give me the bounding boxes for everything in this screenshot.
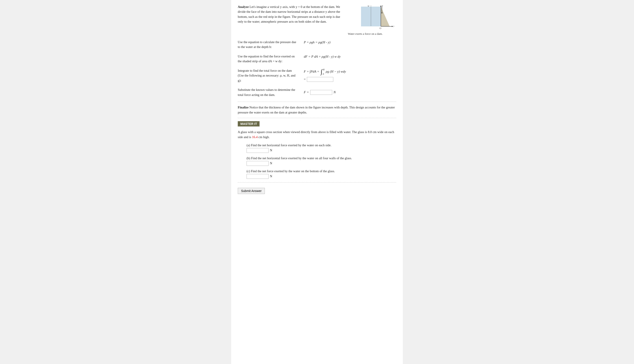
substitute-formula: F = N: [304, 90, 336, 95]
svg-text:y: y: [382, 4, 383, 7]
sub-c-input[interactable]: [246, 174, 268, 179]
divider-3: [238, 182, 396, 182]
substitute-label: Substitute the known values to determine…: [238, 87, 297, 97]
analyze-text: Analyze Let's imagine a vertical y axis,…: [238, 4, 341, 36]
force-equation-row: Use the equation to find the force exert…: [238, 54, 396, 64]
force-formula-text: dF = P dA = ρg(H - y) w dy: [304, 55, 341, 58]
pressure-equation-row: Use the equation to calculate the pressu…: [238, 40, 396, 50]
integral-sign: ∫: [321, 68, 322, 75]
pressure-eq-label: Use the equation to calculate the pressu…: [238, 40, 297, 50]
problem-highlight: 16.4: [252, 135, 257, 139]
submit-button[interactable]: Submit Answer: [238, 188, 265, 194]
top-section: Analyze Let's imagine a vertical y axis,…: [238, 4, 396, 36]
diagram-caption: Water exerts a force on a dam.: [348, 32, 396, 36]
svg-marker-3: [392, 26, 393, 27]
master-problem: A glass with a square cross section when…: [238, 130, 396, 140]
substitute-lhs: F =: [304, 90, 309, 94]
substitute-unit: N: [334, 90, 336, 94]
integral-lower: 0: [323, 72, 324, 75]
integrate-label: Integrate to find the total force on the…: [238, 68, 297, 83]
sub-a-unit: N: [270, 148, 272, 152]
integrate-answer-input[interactable]: [307, 77, 333, 82]
sub-c-unit: N: [270, 174, 272, 178]
integral-upper: H: [323, 68, 325, 71]
integral-limits: H 0: [323, 68, 325, 75]
problem-text-2: cm high.: [257, 135, 269, 139]
svg-text:x: x: [393, 25, 394, 28]
integral-line: F = ∫PdA = ∫ H 0 ρg (H − y) wdy: [304, 68, 396, 75]
sub-b-input[interactable]: [246, 161, 268, 166]
sub-a-input[interactable]: [246, 148, 268, 153]
svg-marker-1: [381, 6, 390, 26]
equals-sign: =: [304, 78, 305, 81]
page-container: Analyze Let's imagine a vertical y axis,…: [231, 0, 403, 364]
pressure-formula-text: P = ρgh = ρg(H - y): [304, 40, 331, 44]
substitute-answer-input[interactable]: [310, 90, 332, 95]
finalize-label: Finalize: [238, 106, 248, 109]
force-eq-formula: dF = P dA = ρg(H - y) w dy: [304, 54, 396, 59]
sub-b-label: (b) Find the net horizontal force exerte…: [246, 156, 396, 160]
divider-1: [238, 102, 396, 102]
integrate-row: Integrate to find the total force on the…: [238, 68, 396, 83]
integrand: ρg (H − y) wdy: [326, 70, 346, 74]
sub-c-input-row: N: [246, 174, 396, 179]
svg-text:O: O: [380, 27, 381, 30]
sub-question-a: (a) Find the net horizontal force exerte…: [246, 144, 396, 153]
integral-lhs: F = ∫PdA =: [304, 70, 319, 74]
master-it-badge: MASTER IT: [238, 121, 259, 126]
dam-diagram: x y O w: [348, 4, 394, 31]
sub-question-c: (c) Find the net force exerted by the wa…: [246, 169, 396, 179]
sub-b-input-row: N: [246, 161, 396, 166]
sub-b-unit: N: [270, 162, 272, 165]
finalize-body: Notice that the thickness of the dam sho…: [238, 106, 395, 114]
integrate-equals-input: =: [304, 77, 396, 82]
sub-a-label: (a) Find the net horizontal force exerte…: [246, 144, 396, 147]
force-eq-label: Use the equation to find the force exert…: [238, 54, 297, 64]
sub-c-label: (c) Find the net force exerted by the wa…: [246, 169, 396, 173]
integrate-formulas: F = ∫PdA = ∫ H 0 ρg (H − y) wdy =: [304, 68, 396, 82]
analyze-label: Analyze: [238, 5, 249, 8]
svg-text:w: w: [368, 4, 369, 7]
finalize-text: Finalize Notice that the thickness of th…: [238, 105, 396, 115]
analyze-body: Let's imagine a vertical y axis, with y …: [238, 5, 340, 23]
sub-a-input-row: N: [246, 148, 396, 153]
sub-question-b: (b) Find the net horizontal force exerte…: [246, 156, 396, 166]
substitute-row: Substitute the known values to determine…: [238, 87, 396, 97]
diagram-area: x y O w Water exerts a force on a dam.: [348, 4, 396, 36]
svg-marker-5: [380, 6, 382, 6]
pressure-eq-formula: P = ρgh = ρg(H - y): [304, 40, 396, 45]
